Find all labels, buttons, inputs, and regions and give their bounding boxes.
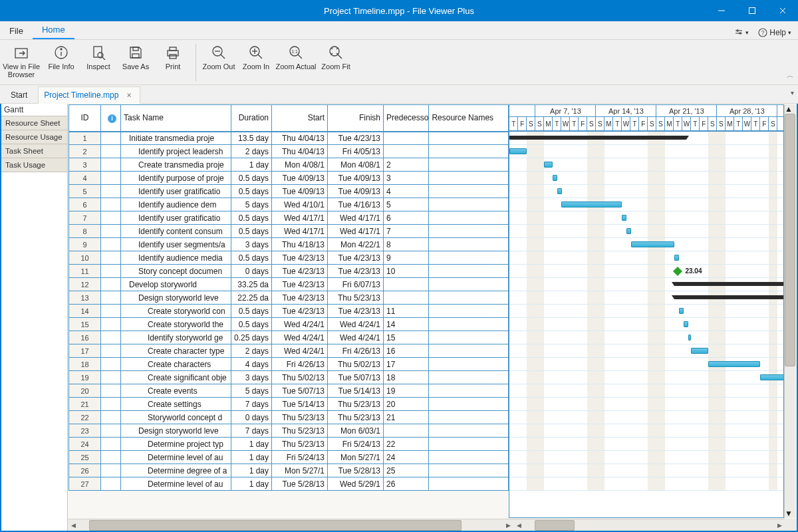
table-row[interactable]: 21Create settings7 daysTue 5/14/13Thu 5/… — [69, 398, 509, 411]
table-row[interactable]: 9Identify user segments/a3 daysThu 4/18/… — [69, 238, 509, 251]
ribbon: View in File Browser File Info Inspect S… — [0, 40, 798, 85]
zoom-in-button[interactable]: Zoom In — [237, 44, 275, 72]
col-resources[interactable]: Resource Names — [429, 105, 509, 132]
ribbon-collapse-button[interactable]: ︿ — [782, 70, 798, 80]
document-tabs: Start Project Timeline.mpp × ▾ — [0, 85, 798, 104]
gantt-chart[interactable]: Apr 7, '13Apr 14, '13Apr 21, '13Apr 28, … — [509, 104, 784, 518]
view-in-browser-button[interactable]: View in File Browser — [0, 44, 43, 80]
table-h-scrollbar[interactable]: ◀▶ — [68, 519, 513, 531]
window-title: Project Timeline.mpp - File Viewer Plus — [0, 6, 798, 16]
table-row[interactable]: 27Determine level of au1 dayTue 5/28/13W… — [69, 477, 509, 491]
info-icon — [54, 45, 68, 60]
col-finish[interactable]: Finish — [328, 105, 384, 132]
help-icon: ? — [758, 28, 767, 37]
table-row[interactable]: 23Design storyworld leve7 daysThu 5/23/1… — [69, 424, 509, 438]
table-row[interactable]: 8Identify content consum0.5 daysWed 4/17… — [69, 225, 509, 238]
col-task[interactable]: Task Name — [121, 105, 231, 132]
table-row[interactable]: 7Identify user gratificatio0.5 daysWed 4… — [69, 211, 509, 225]
save-as-button[interactable]: Save As — [117, 44, 154, 72]
svg-rect-17 — [132, 54, 139, 58]
help-button[interactable]: ? Help ▾ — [754, 26, 795, 39]
title-bar: Project Timeline.mpp - File Viewer Plus — [0, 0, 798, 21]
view-resource-usage[interactable]: Resource Usage — [1, 130, 67, 144]
inspect-icon — [91, 45, 106, 60]
inspect-button[interactable]: Inspect — [80, 44, 117, 72]
table-row[interactable]: 14Create storyworld con0.5 daysTue 4/23/… — [69, 305, 509, 318]
svg-line-23 — [221, 55, 225, 59]
table-row[interactable]: 26Determine degree of a1 dayMon 5/27/1Tu… — [69, 464, 509, 477]
minimize-button[interactable] — [706, 0, 737, 21]
col-duration[interactable]: Duration — [231, 105, 272, 132]
print-button[interactable]: Print — [154, 44, 192, 72]
svg-point-7 — [739, 33, 741, 34]
table-row[interactable]: 11Story concept documen0 daysTue 4/23/13… — [69, 265, 509, 278]
table-row[interactable]: 18Create characters4 daysFri 4/26/13Thu … — [69, 358, 509, 371]
table-row[interactable]: 25Determine level of au1 dayFri 5/24/13M… — [69, 451, 509, 464]
table-row[interactable]: 1Initiate transmedia proje13.5 dayThu 4/… — [69, 132, 509, 145]
table-row[interactable]: 6Identify audience dem5 daysWed 4/10/1Tu… — [69, 198, 509, 211]
settings-button[interactable]: ▾ — [730, 26, 753, 39]
zoom-fit-button[interactable]: Zoom Fit — [317, 44, 354, 72]
zoom-out-button[interactable]: Zoom Out — [200, 44, 237, 72]
view-task-sheet[interactable]: Task Sheet — [1, 144, 67, 158]
table-row[interactable]: 10Identify audience media0.5 daysTue 4/2… — [69, 251, 509, 265]
view-resource-sheet[interactable]: Resource Sheet — [1, 116, 67, 130]
svg-point-6 — [737, 30, 738, 31]
zoom-fit-icon — [329, 45, 343, 60]
zoom-actual-icon: 1:1 — [289, 45, 303, 60]
menu-row: File Home ▾ ? Help ▾ — [0, 21, 798, 40]
col-info[interactable]: i — [101, 105, 121, 132]
table-row[interactable]: 12Develop storyworld33.25 daTue 4/23/13F… — [69, 278, 509, 291]
svg-line-30 — [298, 55, 302, 59]
table-row[interactable]: 16Identify storyworld ge0.25 daysWed 4/2… — [69, 331, 509, 344]
table-row[interactable]: 17Create character type2 daysWed 4/24/1F… — [69, 344, 509, 358]
col-predecessors[interactable]: Predecesso — [384, 105, 429, 132]
print-icon — [166, 45, 180, 60]
view-header: Gantt — [1, 104, 67, 116]
table-row[interactable]: 15Create storyworld the0.5 daysWed 4/24/… — [69, 318, 509, 331]
table-row[interactable]: 19Create significant obje3 daysThu 5/02/… — [69, 371, 509, 384]
table-row[interactable]: 13Design storyworld leve22.25 daTue 4/23… — [69, 291, 509, 305]
svg-rect-20 — [170, 47, 176, 51]
svg-text:1:1: 1:1 — [291, 49, 298, 54]
svg-line-16 — [102, 57, 105, 60]
table-row[interactable]: 2Identify project leadersh2 daysThu 4/04… — [69, 145, 509, 158]
svg-line-33 — [338, 55, 342, 59]
col-id[interactable]: ID — [69, 105, 101, 132]
svg-text:?: ? — [761, 29, 765, 36]
table-row[interactable]: 24Determine project typ1 dayThu 5/23/13F… — [69, 438, 509, 451]
menu-file[interactable]: File — [0, 22, 33, 39]
svg-line-26 — [258, 55, 262, 59]
table-row[interactable]: 5Identify user gratificatio0.5 daysTue 4… — [69, 185, 509, 198]
file-info-button[interactable]: File Info — [43, 44, 80, 72]
info-icon: i — [108, 114, 116, 123]
view-pane: Gantt Resource SheetResource UsageTask S… — [1, 104, 68, 531]
vertical-scrollbar[interactable]: ▲ ▼ — [784, 104, 796, 518]
sliders-icon — [734, 28, 743, 37]
svg-rect-21 — [170, 55, 176, 59]
view-task-usage[interactable]: Task Usage — [1, 158, 67, 172]
task-table[interactable]: ID i Task Name Duration Start Finish Pre… — [68, 104, 509, 491]
close-button[interactable] — [767, 0, 798, 21]
menu-home[interactable]: Home — [33, 21, 74, 39]
tab-close-button[interactable]: × — [124, 90, 134, 100]
tabs-menu-button[interactable]: ▾ — [791, 89, 794, 96]
table-row[interactable]: 20Create events5 daysTue 5/07/13Tue 5/14… — [69, 384, 509, 398]
zoom-out-icon — [211, 45, 226, 60]
folder-arrow-icon — [14, 45, 29, 60]
zoom-actual-button[interactable]: 1:1 Zoom Actual — [275, 44, 317, 72]
svg-rect-1 — [749, 8, 755, 14]
maximize-button[interactable] — [737, 0, 767, 21]
zoom-in-icon — [249, 45, 263, 60]
table-row[interactable]: 4Identify purpose of proje0.5 daysTue 4/… — [69, 172, 509, 185]
tab-start[interactable]: Start — [1, 86, 37, 104]
svg-point-13 — [61, 49, 62, 50]
tab-current-file[interactable]: Project Timeline.mpp × — [38, 86, 140, 104]
svg-rect-18 — [133, 47, 138, 51]
gantt-h-scrollbar[interactable]: ◀▶ — [513, 519, 785, 531]
table-row[interactable]: 22Storyworld concept d0 daysThu 5/23/13T… — [69, 411, 509, 424]
col-start[interactable]: Start — [272, 105, 328, 132]
table-row[interactable]: 3Create transmedia proje1 dayMon 4/08/1M… — [69, 158, 509, 172]
save-icon — [128, 45, 143, 60]
